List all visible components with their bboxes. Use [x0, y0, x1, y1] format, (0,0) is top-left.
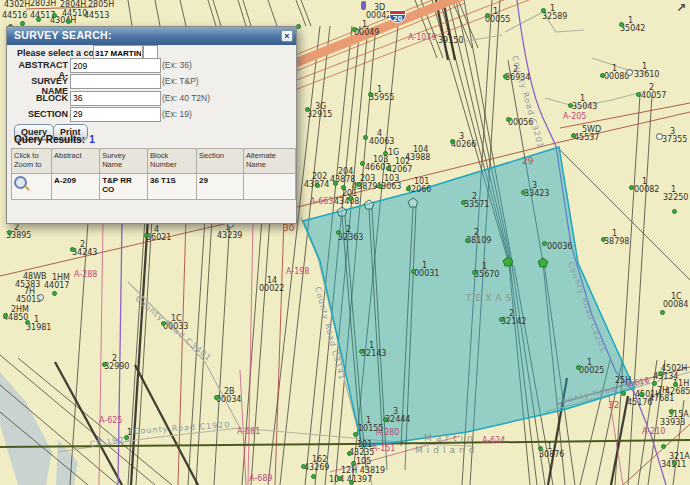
well-dot[interactable] — [673, 382, 678, 387]
well-dot[interactable] — [360, 161, 365, 166]
table-cell: 29 — [196, 174, 243, 200]
table-header: Block Number — [147, 149, 196, 174]
well-dot[interactable] — [368, 92, 373, 97]
well-dot[interactable] — [301, 464, 306, 469]
well-dot[interactable] — [600, 73, 605, 78]
pan-arrow-icon[interactable]: ↗ — [676, 1, 686, 15]
well-dot[interactable] — [311, 474, 316, 479]
well-dot[interactable] — [383, 417, 388, 422]
well-dot[interactable] — [669, 409, 674, 414]
well-dot[interactable] — [521, 190, 526, 195]
well-dot[interactable] — [356, 182, 361, 187]
well-dot[interactable] — [485, 13, 490, 18]
well-dot[interactable] — [672, 209, 677, 214]
well-dot[interactable] — [465, 238, 470, 243]
well-dot[interactable] — [378, 184, 383, 189]
abstract-label: A-1079 — [408, 34, 437, 42]
well-dot[interactable] — [337, 476, 342, 481]
well-dot[interactable] — [639, 392, 644, 397]
well-dot[interactable] — [472, 270, 477, 275]
well-label: 4304H — [50, 17, 76, 25]
well-label: 10242067 — [387, 158, 412, 174]
well-label: 333423 — [524, 182, 549, 198]
field-input[interactable] — [70, 91, 161, 106]
well-dot[interactable] — [568, 103, 573, 108]
well-label: 238109 — [466, 229, 491, 245]
well-dot[interactable] — [571, 133, 576, 138]
well-dot[interactable] — [542, 241, 547, 246]
well-dot[interactable] — [383, 151, 388, 156]
well-label: 7H47681 — [649, 387, 674, 403]
well-label: 16243269 — [304, 456, 329, 472]
section-number: 29 — [522, 157, 533, 166]
well-dot[interactable] — [661, 444, 666, 449]
well-dot[interactable] — [406, 186, 411, 191]
well-dot[interactable] — [450, 139, 455, 144]
well-dot[interactable] — [351, 461, 356, 466]
well-dot[interactable] — [305, 107, 310, 112]
well-dot[interactable] — [386, 166, 391, 171]
well-dot[interactable] — [636, 92, 641, 97]
well-dot[interactable] — [341, 185, 346, 190]
well-dot[interactable] — [66, 19, 71, 24]
well-dot[interactable] — [347, 451, 352, 456]
field-hint: (Ex: 36) — [162, 60, 192, 70]
well-dot[interactable] — [36, 17, 41, 22]
area-label: Martin — [424, 434, 477, 443]
map-viewport[interactable]: 4302H2803H2804H2805H44516445174451044513… — [0, 0, 690, 485]
well-dot[interactable] — [349, 480, 354, 485]
well-label: 100049 — [354, 21, 379, 37]
well-dot[interactable] — [124, 435, 129, 440]
well-dot[interactable] — [70, 247, 75, 252]
well-dot[interactable] — [7, 230, 12, 235]
well-dot[interactable] — [333, 181, 338, 186]
well-dot[interactable] — [315, 183, 320, 188]
query-results-label: Query Results:1 — [14, 134, 95, 145]
well-dot[interactable] — [660, 310, 665, 315]
well-open-circle[interactable] — [656, 133, 663, 140]
well-dot[interactable] — [214, 395, 219, 400]
well-dot[interactable] — [461, 200, 466, 205]
well-dot[interactable] — [621, 391, 626, 396]
well-dot[interactable] — [506, 117, 511, 122]
zoom-to-icon[interactable] — [14, 176, 27, 189]
well-dot[interactable] — [52, 291, 57, 296]
well-label: 2803H — [30, 0, 56, 8]
well-open-circle[interactable] — [626, 69, 633, 76]
well-dot[interactable] — [52, 13, 57, 18]
well-dot[interactable] — [601, 237, 606, 242]
well-dot[interactable] — [352, 27, 357, 32]
well-dot[interactable] — [161, 321, 166, 326]
abstract-label: A-663 — [310, 198, 333, 206]
well-dot[interactable] — [576, 365, 581, 370]
field-input[interactable] — [70, 107, 161, 122]
well-dot[interactable] — [499, 317, 504, 322]
well-dot[interactable] — [363, 135, 368, 140]
well-dot[interactable] — [541, 8, 546, 13]
results-count: 1 — [85, 134, 95, 145]
field-hint: (Ex: 19) — [162, 109, 192, 119]
well-dot[interactable] — [658, 371, 663, 376]
well-open-circle[interactable] — [37, 294, 44, 301]
well-dot[interactable] — [25, 320, 30, 325]
well-dot[interactable] — [652, 381, 657, 386]
well-dot[interactable] — [102, 362, 107, 367]
well-dot[interactable] — [629, 185, 634, 190]
well-dot[interactable] — [336, 230, 341, 235]
well-dot[interactable] — [411, 269, 416, 274]
well-dot[interactable] — [503, 74, 508, 79]
well-label: 105 — [356, 458, 371, 466]
field-input[interactable] — [70, 58, 161, 73]
well-dot[interactable] — [619, 22, 624, 27]
well-dot[interactable] — [359, 349, 364, 354]
table-cell[interactable] — [12, 174, 52, 200]
well-dot[interactable] — [672, 461, 677, 466]
field-input[interactable] — [70, 74, 161, 89]
well-dot[interactable] — [348, 196, 353, 201]
road-label: County Road C3201 — [566, 261, 607, 355]
well-dot[interactable] — [144, 233, 149, 238]
well-dot[interactable] — [538, 446, 543, 451]
well-dot[interactable] — [353, 432, 358, 437]
well-dot[interactable] — [3, 313, 8, 318]
close-icon[interactable]: × — [281, 30, 293, 42]
